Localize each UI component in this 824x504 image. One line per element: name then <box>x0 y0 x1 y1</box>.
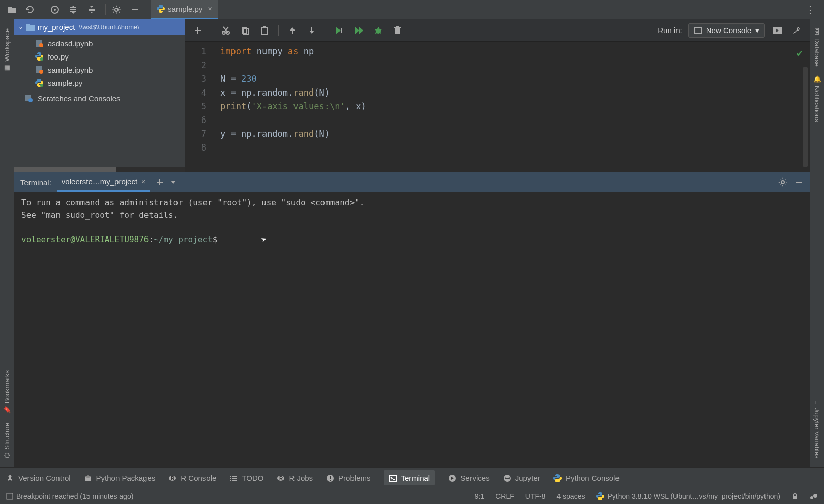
gear-icon[interactable] <box>778 177 787 187</box>
open-icon[interactable] <box>4 2 19 17</box>
console-icon <box>694 27 702 34</box>
terminal-dropdown-icon[interactable] <box>170 179 177 186</box>
terminal-panel: Terminal: voleerste…my_project × To run … <box>14 172 810 467</box>
python-console-tool[interactable]: Python Console <box>553 473 620 482</box>
scratches-item[interactable]: Scratches and Consoles <box>14 92 185 105</box>
editor-tab[interactable]: sample.py × <box>151 0 218 19</box>
lock-icon[interactable] <box>791 493 799 500</box>
more-icon[interactable]: ⋮ <box>801 4 820 16</box>
top-toolbar: sample.py × ⋮ <box>0 0 824 19</box>
jupyter-variables-tool[interactable]: ≡Jupyter Variables <box>813 397 821 462</box>
target-icon[interactable] <box>47 2 63 17</box>
terminal-line: See "man sudo_root" for details. <box>21 209 803 221</box>
structure-tool[interactable]: ⌬Structure <box>3 419 11 462</box>
move-up-icon[interactable] <box>286 24 299 37</box>
inspection-ok-icon[interactable]: ✔ <box>797 47 803 59</box>
r-console-tool[interactable]: RR Console <box>168 473 216 482</box>
folder-icon <box>26 23 35 31</box>
hide-icon[interactable] <box>794 177 804 187</box>
move-down-icon[interactable] <box>305 24 318 37</box>
cursor-position[interactable]: 9:1 <box>475 492 484 500</box>
ide-scale-icon[interactable] <box>810 493 818 500</box>
delete-icon[interactable] <box>391 24 404 37</box>
gear-icon[interactable] <box>109 2 124 17</box>
project-root[interactable]: ⌄ my_project \\wsl$\Ubuntu\home\ <box>14 19 185 35</box>
expand-icon[interactable] <box>66 2 81 17</box>
code-content[interactable]: import numpy as np N = 230x = np.random.… <box>214 42 810 172</box>
terminal-line: To run a command as administrator (user … <box>21 197 803 209</box>
file-label: sample.ipynb <box>48 66 93 74</box>
svg-text:R: R <box>279 476 283 481</box>
problems-tool[interactable]: Problems <box>326 473 370 482</box>
editor-tab-label: sample.py <box>168 5 202 13</box>
refresh-icon[interactable] <box>22 2 38 17</box>
indent[interactable]: 4 spaces <box>556 492 585 500</box>
collapse-icon[interactable] <box>84 2 99 17</box>
svg-point-11 <box>28 98 33 102</box>
workspace-tool[interactable]: ▦Workspace <box>3 24 11 76</box>
minimize-icon[interactable] <box>127 2 142 17</box>
separator <box>105 4 106 15</box>
copy-icon[interactable] <box>239 24 252 37</box>
todo-tool[interactable]: TODO <box>229 473 263 482</box>
run-cell-icon[interactable] <box>333 24 346 37</box>
svg-rect-3 <box>132 9 138 10</box>
debug-icon[interactable] <box>372 24 385 37</box>
python-file-icon <box>35 78 44 87</box>
file-item[interactable]: foo.py <box>14 50 185 63</box>
notifications-tool[interactable]: 🔔Notifications <box>813 71 821 126</box>
add-cell-icon[interactable] <box>191 24 204 37</box>
wrench-icon[interactable] <box>790 24 804 37</box>
svg-point-6 <box>40 57 43 61</box>
file-item[interactable]: asdasd.ipynb <box>14 37 185 50</box>
editor-scrollbar[interactable] <box>803 67 808 167</box>
paste-icon[interactable] <box>258 24 271 37</box>
r-jobs-tool[interactable]: RR Jobs <box>277 473 313 482</box>
svg-rect-42 <box>7 493 13 499</box>
tree-scrollbar[interactable] <box>14 167 185 172</box>
line-separator[interactable]: CRLF <box>495 492 514 500</box>
status-message[interactable]: Breakpoint reached (15 minutes ago) <box>6 492 133 500</box>
database-tool[interactable]: 🗄Database <box>813 24 821 71</box>
project-tree: ⌄ my_project \\wsl$\Ubuntu\home\ asdasd.… <box>14 19 185 172</box>
svg-rect-43 <box>793 496 797 499</box>
cut-icon[interactable] <box>219 24 232 37</box>
project-name: my_project <box>38 23 75 32</box>
terminal-title: Terminal: <box>20 178 51 187</box>
terminal-tab[interactable]: voleerste…my_project × <box>57 172 150 192</box>
editor-area: Run in: New Console ▾ 12345678 import nu… <box>185 19 810 172</box>
close-icon[interactable]: × <box>208 5 212 13</box>
notebook-icon <box>35 65 44 74</box>
editor-toolbar: Run in: New Console ▾ <box>185 19 810 42</box>
terminal-header: Terminal: voleerste…my_project × <box>14 172 810 192</box>
notebook-icon <box>35 39 44 48</box>
file-item[interactable]: sample.py <box>14 76 185 90</box>
execute-icon[interactable] <box>771 24 784 37</box>
line-gutter: 12345678 <box>185 42 214 172</box>
python-icon <box>157 5 165 13</box>
interpreter[interactable]: Python 3.8.10 WSL (Ubunt…vs/my_project/b… <box>596 492 780 500</box>
svg-rect-35 <box>330 476 331 479</box>
jupyter-tool[interactable]: Jupyter <box>503 473 540 482</box>
add-terminal-icon[interactable] <box>156 178 164 186</box>
code-editor[interactable]: 12345678 import numpy as np N = 230x = n… <box>185 42 810 172</box>
file-label: sample.py <box>48 79 82 87</box>
python-packages-tool[interactable]: Python Packages <box>84 473 156 482</box>
svg-rect-22 <box>395 28 400 34</box>
encoding[interactable]: UTF-8 <box>525 492 546 500</box>
svg-point-44 <box>810 496 813 499</box>
run-in-label: Run in: <box>658 26 682 35</box>
terminal-prompt: voleerster@VALERIALETU9876:~/my_project$ <box>21 233 803 246</box>
close-icon[interactable]: × <box>141 177 145 186</box>
services-tool[interactable]: Services <box>448 473 490 482</box>
run-console-select[interactable]: New Console ▾ <box>688 23 765 38</box>
file-item[interactable]: sample.ipynb <box>14 63 185 76</box>
terminal-output[interactable]: To run a command as administrator (user … <box>14 192 810 467</box>
svg-rect-20 <box>341 28 342 33</box>
svg-point-9 <box>40 84 43 87</box>
terminal-tool[interactable]: Terminal <box>384 470 435 485</box>
bookmarks-tool[interactable]: 🔖Bookmarks <box>3 366 11 419</box>
file-label: foo.py <box>48 52 69 61</box>
version-control-tool[interactable]: Version Control <box>6 473 71 482</box>
run-all-icon[interactable] <box>352 24 366 37</box>
